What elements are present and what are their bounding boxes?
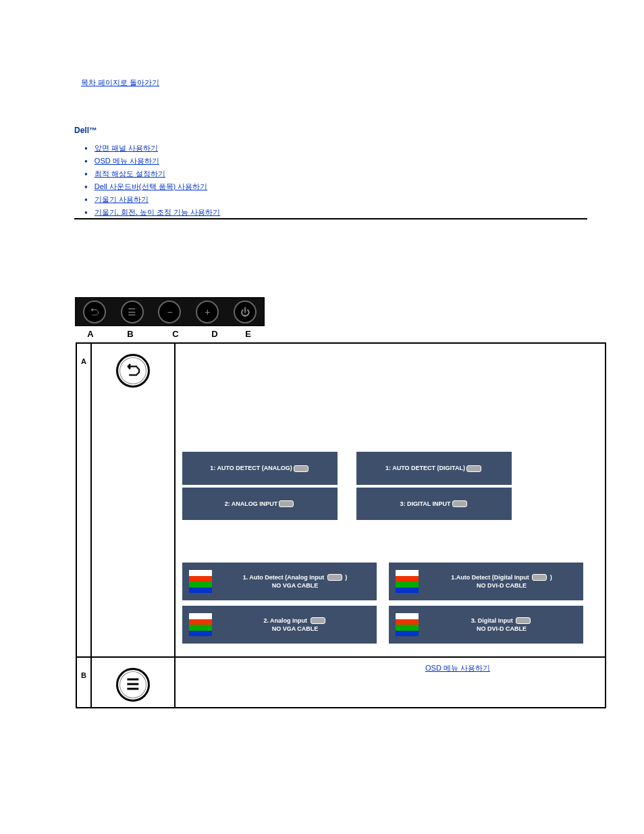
osd-digital-input: 3: DIGITAL INPUT bbox=[356, 488, 512, 521]
toc-link-2[interactable]: 최적 해상도 설정하기 bbox=[95, 169, 165, 179]
toc-link-3[interactable]: Dell 사운드바(선택 품목) 사용하기 bbox=[95, 182, 207, 192]
menu-icon: ☰ bbox=[121, 301, 144, 323]
button-letter-labels: A B C D E bbox=[75, 329, 263, 339]
osd-auto-detect-digital: 1: AUTO DETECT (DIGITAL) bbox=[356, 452, 512, 485]
power-icon: ⏻ bbox=[234, 301, 257, 323]
osd-no-cable-row-2: 2. Analog Input NO VGA CABLE 3. Digital … bbox=[182, 606, 598, 644]
menu-round-icon: ☰ bbox=[116, 668, 150, 702]
osd-signal-boxes: 1: AUTO DETECT (ANALOG) 2: ANALOG INPUT … bbox=[182, 452, 598, 523]
osd-analog-input: 2: ANALOG INPUT bbox=[182, 488, 338, 521]
osd-nocable-digital: 3. Digital Input NO DVI-D CABLE bbox=[389, 606, 583, 644]
osd-nocable-analog: 2. Analog Input NO VGA CABLE bbox=[182, 606, 377, 644]
toc-link-0[interactable]: 앞면 패널 사용하기 bbox=[95, 143, 158, 153]
row-icon-cell: ⮌ bbox=[91, 343, 175, 657]
divider bbox=[74, 218, 587, 219]
toc-link-4[interactable]: 기울기 사용하기 bbox=[95, 194, 149, 205]
toc-link-1[interactable]: OSD 메뉴 사용하기 bbox=[95, 156, 159, 166]
osd-nocable-analog-auto: 1. Auto Detect (Analog Input )NO VGA CAB… bbox=[182, 563, 377, 600]
row-letter: A bbox=[76, 343, 91, 657]
input-select-icon: ⮌ bbox=[83, 301, 106, 323]
row-letter: B bbox=[76, 657, 91, 708]
minus-icon: − bbox=[158, 301, 181, 323]
back-to-contents-link[interactable]: 목차 페이지로 돌아가기 bbox=[81, 78, 159, 88]
plus-icon: + bbox=[196, 301, 219, 323]
row-body: 1: AUTO DETECT (ANALOG) 2: ANALOG INPUT … bbox=[175, 343, 606, 657]
osd-no-cable-row-1: 1. Auto Detect (Analog Input )NO VGA CAB… bbox=[182, 563, 598, 600]
row-icon-cell: ☰ bbox=[91, 657, 175, 708]
button-description-table: A ⮌ 1: AUTO DETECT (ANALOG) 2: ANALOG IN… bbox=[76, 342, 606, 708]
monitor-button-strip: ⮌ ☰ − + ⏻ bbox=[75, 297, 265, 326]
osd-menu-link[interactable]: OSD 메뉴 사용하기 bbox=[425, 664, 490, 672]
table-row: A ⮌ 1: AUTO DETECT (ANALOG) 2: ANALOG IN… bbox=[76, 343, 606, 657]
toc-link-5[interactable]: 기울기, 회전, 높이 조정 기능 사용하기 bbox=[95, 207, 220, 217]
brand-text: Dell™ bbox=[74, 126, 97, 135]
osd-nocable-digital-auto: 1.Auto Detect (Digital Input )NO DVI-D C… bbox=[389, 563, 583, 600]
osd-auto-detect-analog: 1: AUTO DETECT (ANALOG) bbox=[182, 452, 338, 485]
row-body: OSD 메뉴 사용하기 bbox=[175, 657, 606, 708]
toc-list: 앞면 패널 사용하기 OSD 메뉴 사용하기 최적 해상도 설정하기 Dell … bbox=[84, 143, 220, 220]
table-row: B ☰ OSD 메뉴 사용하기 bbox=[76, 657, 606, 708]
input-select-round-icon: ⮌ bbox=[116, 354, 150, 388]
